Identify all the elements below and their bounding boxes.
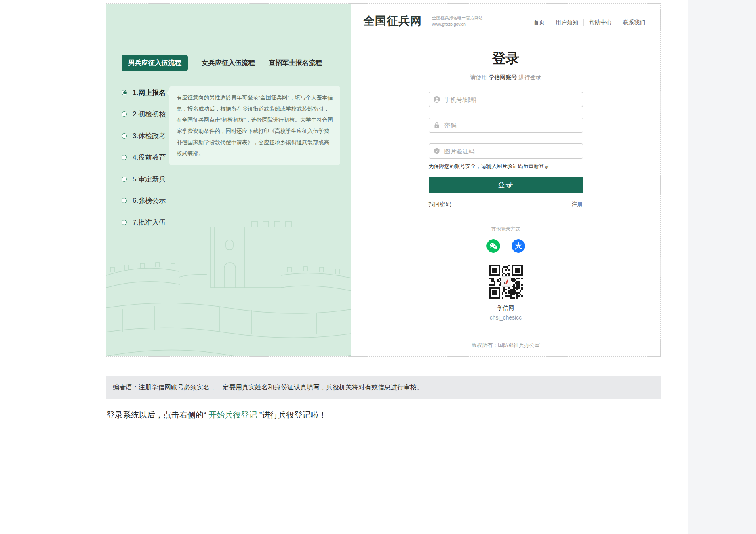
step-physical-political[interactable]: 3.体检政考 <box>122 130 166 141</box>
site-logo[interactable]: 全国征兵网 <box>363 13 422 29</box>
social-login-row <box>429 239 583 253</box>
login-links-row: 找回密码 注册 <box>429 201 583 208</box>
bottom-instruction: 登录系统以后，点击右侧的“ 开始兵役登记 ”进行兵役登记啦！ <box>107 410 326 420</box>
tab-male-enlistment[interactable]: 男兵应征入伍流程 <box>122 55 188 71</box>
login-title: 登录 <box>429 49 583 68</box>
login-panel: 全国征兵网 全国征兵报名唯一官方网站 www.gfbzb.gov.cn 首页 用… <box>351 4 660 356</box>
login-button[interactable]: 登录 <box>429 177 583 193</box>
chsi-bird-logo <box>501 276 511 287</box>
forgot-password-link[interactable]: 找回密码 <box>429 201 451 208</box>
step-dot <box>122 155 127 160</box>
brand-divider <box>427 14 427 28</box>
other-login-divider: 其他登录方式 <box>429 226 583 233</box>
great-wall-watermark <box>106 154 351 356</box>
chsi-qr-code <box>487 263 525 301</box>
nav-help-center[interactable]: 帮助中心 <box>583 19 617 26</box>
captcha-field-wrap <box>429 143 583 159</box>
captcha-input[interactable] <box>429 143 583 159</box>
account-field-wrap <box>429 92 583 107</box>
step-dot-active <box>122 90 127 95</box>
password-field-wrap <box>429 118 583 133</box>
qr-site-name: 学信网 <box>429 305 583 312</box>
alipay-login-icon[interactable] <box>512 239 525 253</box>
lock-icon <box>433 122 440 129</box>
step-approval-enlistment[interactable]: 7.批准入伍 <box>122 217 166 228</box>
login-hero-card: 男兵应征入伍流程 女兵应征入伍流程 直招军士报名流程 1.网上报名 2.初检初核… <box>106 3 661 357</box>
editor-note-bar: 编者语：注册学信网账号必须实名，一定要用真实姓名和身份证认真填写，兵役机关将对有… <box>106 376 661 399</box>
qr-wechat-id: chsi_chesicc <box>429 314 583 321</box>
captcha-note: 为保障您的账号安全，请输入图片验证码后重新登录 <box>429 163 583 170</box>
tab-nco-recruitment[interactable]: 直招军士报名流程 <box>269 59 322 67</box>
shield-icon <box>433 147 440 155</box>
chsi-account-label: 学信网账号 <box>489 74 517 80</box>
process-tabs: 男兵应征入伍流程 女兵应征入伍流程 直招军士报名流程 <box>122 55 322 71</box>
step-dot <box>122 198 127 203</box>
step-dot <box>122 133 127 139</box>
password-input[interactable] <box>429 118 583 133</box>
nav-contact-us[interactable]: 联系我们 <box>617 19 651 26</box>
step-dot <box>122 177 127 182</box>
step-description-tooltip: 有应征意向的男性适龄青年可登录“全国征兵网”，填写个人基本信息，报名成功后，根据… <box>169 86 340 165</box>
account-input[interactable] <box>429 92 583 107</box>
copyright-text: 版权所有：国防部征兵办公室 <box>429 342 583 349</box>
login-form: 登录 请使用 学信网账号 进行登录 <box>429 4 583 349</box>
page-right-gutter <box>688 0 756 534</box>
start-service-registration-link[interactable]: 开始兵役登记 <box>208 410 257 419</box>
step-dot <box>122 220 127 225</box>
step-dot <box>122 111 127 117</box>
login-subtitle: 请使用 学信网账号 进行登录 <box>429 74 583 81</box>
step-recruit-review[interactable]: 5.审定新兵 <box>122 173 166 185</box>
tab-female-enlistment[interactable]: 女兵应征入伍流程 <box>202 59 255 67</box>
step-online-signup[interactable]: 1.网上报名 <box>122 87 166 98</box>
enlistment-process-panel: 男兵应征入伍流程 女兵应征入伍流程 直招军士报名流程 1.网上报名 2.初检初核… <box>106 4 351 356</box>
step-pre-service-education[interactable]: 4.役前教育 <box>122 151 166 163</box>
page-left-guide-line <box>91 0 91 534</box>
user-icon <box>433 96 440 103</box>
step-initial-check[interactable]: 2.初检初核 <box>122 108 166 120</box>
wechat-login-icon[interactable] <box>486 239 500 253</box>
register-link[interactable]: 注册 <box>572 201 583 208</box>
step-public-announcement[interactable]: 6.张榜公示 <box>122 195 166 206</box>
